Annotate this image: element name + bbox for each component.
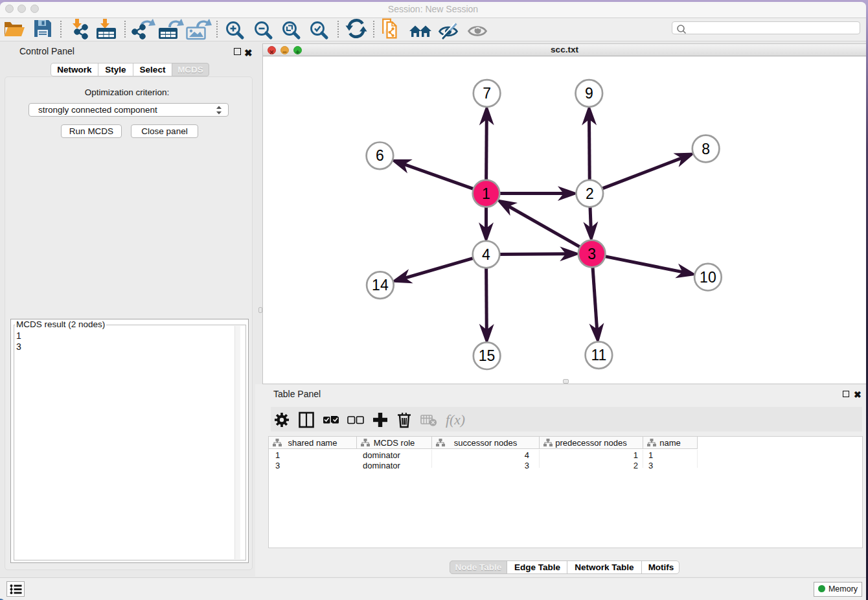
svg-text:2: 2 [586, 185, 594, 202]
svg-text:11: 11 [591, 347, 606, 363]
svg-text:10: 10 [700, 269, 716, 286]
svg-text:8: 8 [702, 141, 710, 157]
svg-text:15: 15 [479, 347, 496, 364]
svg-text:f(x): f(x) [446, 412, 465, 428]
svg-text:14: 14 [372, 277, 389, 294]
svg-text:3: 3 [588, 246, 596, 262]
svg-text:4: 4 [482, 246, 490, 263]
svg-text:6: 6 [376, 147, 384, 164]
svg-text:9: 9 [585, 85, 593, 102]
svg-text:7: 7 [483, 85, 491, 102]
svg-text:1: 1 [482, 185, 490, 202]
